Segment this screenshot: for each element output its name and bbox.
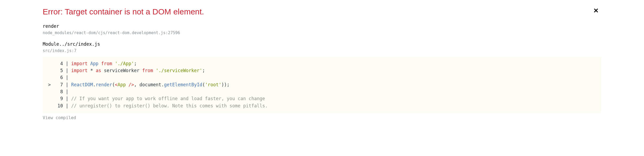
- close-icon[interactable]: ✕: [591, 6, 601, 15]
- code-token: ));: [221, 82, 230, 87]
- line-number: 6: [52, 74, 63, 81]
- line-separator: |: [63, 61, 71, 66]
- code-line: >7 | ReactDOM.render(<App />, document.g…: [48, 81, 596, 88]
- frame-location: node_modules/react-dom/cjs/react-dom.dev…: [43, 30, 601, 36]
- code-token: from: [101, 61, 112, 66]
- frame-function-name: Module../src/index.js: [43, 41, 601, 48]
- code-token: ReactDOM: [71, 82, 93, 87]
- line-pointer: >: [48, 81, 52, 88]
- line-pointer: [48, 88, 52, 95]
- code-line: 9 | // If you want your app to work offl…: [48, 95, 596, 102]
- code-token: />: [129, 82, 134, 87]
- view-compiled-button[interactable]: View compiled: [43, 115, 601, 120]
- code-token: render: [96, 82, 112, 87]
- code-token: from: [142, 68, 153, 73]
- line-separator: |: [63, 89, 71, 94]
- code-token: 'root': [205, 82, 221, 87]
- code-token: [153, 68, 156, 73]
- code-token: // If you want your app to work offline …: [71, 96, 265, 101]
- code-token: import: [71, 61, 88, 66]
- code-token: (: [112, 82, 115, 87]
- code-token: './App': [115, 61, 134, 66]
- code-line: 5 | import * as serviceWorker from './se…: [48, 67, 596, 74]
- line-number: 9: [52, 95, 63, 102]
- line-pointer: [48, 67, 52, 74]
- frame-function-name: render: [43, 23, 601, 30]
- stack-frame: Module../src/index.js src/index.js:7: [43, 41, 601, 54]
- stack-frame: render node_modules/react-dom/cjs/react-…: [43, 23, 601, 36]
- code-token: *: [88, 68, 96, 73]
- error-overlay: Error: Target container is not a DOM ele…: [0, 6, 644, 120]
- line-pointer: [48, 102, 52, 109]
- line-number: 10: [52, 102, 63, 109]
- code-token: <: [115, 82, 118, 87]
- code-token: [126, 82, 129, 87]
- frame-location: src/index.js:7: [43, 48, 601, 54]
- code-token: [98, 61, 101, 66]
- line-separator: |: [63, 75, 71, 80]
- code-token: App: [90, 61, 98, 66]
- line-separator: |: [63, 96, 71, 101]
- code-snippet: 4 | import App from './App'; 5 | import …: [43, 56, 601, 113]
- code-line: 8 |: [48, 88, 596, 95]
- line-number: 8: [52, 88, 63, 95]
- line-pointer: [48, 95, 52, 102]
- code-token: './serviceWorker': [156, 68, 202, 73]
- line-number: 7: [52, 81, 63, 88]
- line-pointer: [48, 60, 52, 67]
- line-separator: |: [63, 103, 71, 108]
- line-number: 4: [52, 60, 63, 67]
- code-token: import: [71, 68, 88, 73]
- error-title: Error: Target container is not a DOM ele…: [43, 6, 204, 17]
- code-token: [88, 61, 90, 66]
- line-separator: |: [63, 68, 71, 73]
- code-token: as: [96, 68, 101, 73]
- code-token: App: [118, 82, 126, 87]
- line-separator: |: [63, 82, 71, 87]
- code-token: , document.: [134, 82, 164, 87]
- code-token: .: [93, 82, 96, 87]
- code-line: 6 |: [48, 74, 596, 81]
- code-token: serviceWorker: [101, 68, 142, 73]
- code-line: 4 | import App from './App';: [48, 60, 596, 67]
- code-token: (: [202, 82, 205, 87]
- line-number: 5: [52, 67, 63, 74]
- code-token: // unregister() to register() below. Not…: [71, 103, 268, 108]
- code-token: [112, 61, 115, 66]
- code-token: getElementById: [164, 82, 202, 87]
- error-header: Error: Target container is not a DOM ele…: [43, 6, 601, 17]
- code-line: 10 | // unregister() to register() below…: [48, 102, 596, 109]
- line-pointer: [48, 74, 52, 81]
- code-token: ;: [202, 68, 205, 73]
- code-token: ;: [134, 61, 137, 66]
